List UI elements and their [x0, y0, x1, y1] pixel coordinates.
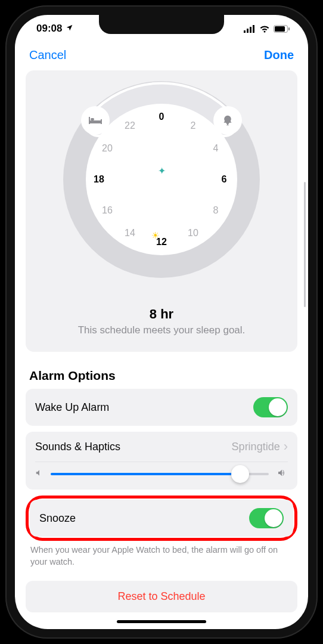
phone-frame: 09:08 Cancel Done	[5, 5, 318, 639]
sounds-haptics-label: Sounds & Haptics	[35, 441, 120, 453]
svg-rect-10	[91, 118, 94, 120]
content: 0 2 4 6 8 10 12 14 16 18 20 22 ✦ ☀	[15, 70, 308, 612]
sleep-duration: 8 hr	[26, 306, 297, 322]
cancel-button[interactable]: Cancel	[29, 48, 66, 62]
screen: 09:08 Cancel Done	[15, 15, 308, 629]
svg-rect-5	[275, 26, 285, 32]
wake-up-alarm-label: Wake Up Alarm	[35, 401, 109, 414]
svg-rect-3	[253, 25, 254, 33]
hour-16: 16	[102, 205, 113, 216]
svg-rect-6	[288, 27, 290, 30]
sleep-goal-text: This schedule meets your sleep goal.	[26, 324, 297, 336]
volume-high-icon	[276, 468, 288, 480]
sounds-haptics-value: Springtide	[232, 441, 280, 453]
volume-slider-thumb[interactable]	[231, 465, 249, 483]
battery-icon	[274, 25, 290, 33]
svg-rect-7	[89, 120, 102, 123]
done-button[interactable]: Done	[264, 48, 294, 62]
watch-note: When you wear your Apple Watch to bed, t…	[30, 544, 293, 568]
chevron-right-icon: ›	[284, 440, 288, 453]
cellular-icon	[244, 25, 256, 33]
hour-4: 4	[213, 143, 219, 154]
notch	[99, 15, 224, 34]
sun-icon: ☀	[151, 230, 159, 241]
snooze-highlight: Snooze	[26, 496, 297, 541]
svg-rect-8	[89, 117, 90, 124]
snooze-label: Snooze	[39, 512, 76, 525]
wifi-icon	[259, 25, 270, 33]
svg-rect-1	[247, 29, 249, 33]
sounds-haptics-group: Sounds & Haptics Springtide ›	[26, 432, 297, 490]
volume-slider[interactable]	[51, 473, 269, 475]
snooze-row: Snooze	[30, 500, 293, 537]
hour-22: 22	[125, 120, 135, 131]
scroll-indicator	[304, 182, 306, 307]
location-icon	[66, 23, 73, 35]
svg-rect-9	[101, 119, 102, 124]
reset-to-schedule-button[interactable]: Reset to Schedule	[26, 581, 297, 612]
sleep-clock-card: 0 2 4 6 8 10 12 14 16 18 20 22 ✦ ☀	[26, 70, 297, 352]
hour-0: 0	[159, 112, 164, 122]
hour-20: 20	[102, 143, 113, 154]
wake-up-alarm-row: Wake Up Alarm	[26, 389, 297, 426]
volume-slider-row	[26, 462, 297, 490]
hour-14: 14	[125, 228, 135, 239]
alarm-options-title: Alarm Options	[29, 369, 294, 383]
sparkle-icon: ✦	[158, 165, 166, 177]
svg-rect-2	[250, 27, 251, 33]
navbar: Cancel Done	[15, 42, 308, 70]
wake-handle[interactable]	[213, 106, 242, 135]
home-indicator[interactable]	[117, 620, 206, 623]
hour-18: 18	[94, 174, 104, 185]
status-time: 09:08	[36, 23, 62, 35]
bedtime-handle[interactable]	[81, 106, 110, 135]
snooze-toggle[interactable]	[249, 508, 284, 528]
sounds-haptics-row[interactable]: Sounds & Haptics Springtide ›	[26, 432, 297, 462]
hour-2: 2	[191, 120, 196, 131]
hour-8: 8	[213, 205, 219, 216]
sleep-clock-dial[interactable]: 0 2 4 6 8 10 12 14 16 18 20 22 ✦ ☀	[63, 81, 260, 278]
hour-6: 6	[222, 174, 227, 185]
hour-10: 10	[188, 228, 198, 239]
wake-up-alarm-toggle[interactable]	[253, 397, 288, 417]
svg-rect-0	[244, 30, 246, 33]
volume-low-icon	[35, 469, 44, 479]
